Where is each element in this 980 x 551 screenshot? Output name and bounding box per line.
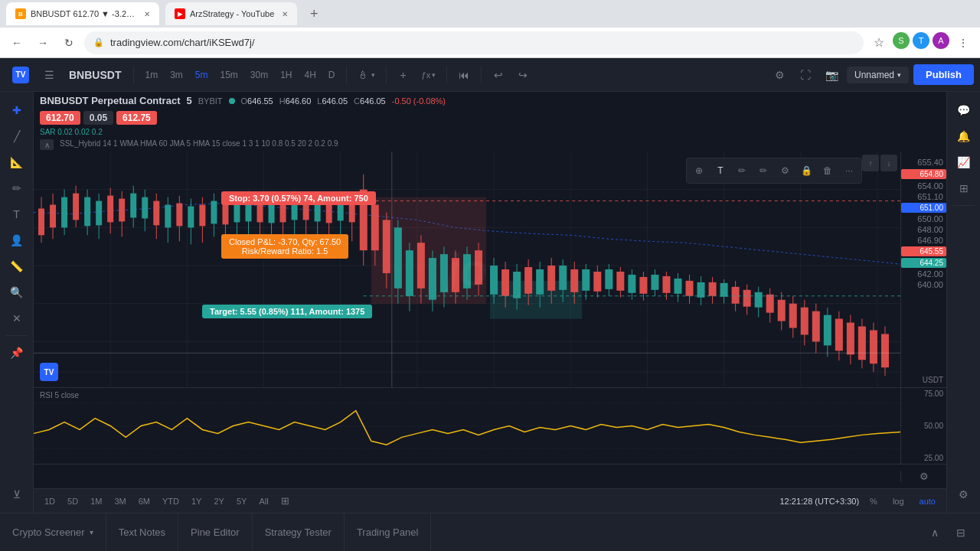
chart-plot-area[interactable]: jo <box>34 152 900 387</box>
sar-indicator[interactable]: SAR 0.02 0.02 0.2 <box>40 128 103 136</box>
tf-1y-btn[interactable]: 1Y <box>187 495 206 507</box>
tf-1h[interactable]: 1H <box>276 67 296 83</box>
right-watchlist-icon[interactable]: 📈 <box>952 150 976 174</box>
log-btn[interactable]: log <box>888 495 909 507</box>
undo-btn[interactable]: ↩ <box>488 64 509 86</box>
sidebar-measure-tool[interactable]: 📏 <box>5 254 29 279</box>
sidebar-fib-tool[interactable]: 📐 <box>5 150 29 174</box>
draw-brush-btn[interactable]: ✏ <box>753 161 773 181</box>
sidebar-brush-tool[interactable]: ✏ <box>5 176 29 201</box>
tf-5y-btn[interactable]: 5Y <box>232 495 251 507</box>
scroll-down-btn[interactable]: ↓ <box>880 155 897 171</box>
collapse-indicator[interactable]: ∧ <box>40 139 54 150</box>
tab-bnbusdt[interactable]: B BNBUSDT 612.70 ▼ -3.23% Unn... ✕ <box>6 2 159 25</box>
draw-crosshair-btn[interactable]: ⊕ <box>689 161 709 181</box>
draw-more-btn[interactable]: ··· <box>839 161 859 181</box>
draw-lock-btn[interactable]: 🔒 <box>796 161 816 181</box>
indicator-btn[interactable]: ƒx ▾ <box>417 64 441 86</box>
draw-delete-btn[interactable]: 🗑 <box>818 161 838 181</box>
right-chat-icon[interactable]: 💬 <box>952 98 976 122</box>
scroll-up-btn[interactable]: ↑ <box>862 155 879 171</box>
symbol-selector[interactable]: BNBUSDT <box>63 66 127 84</box>
bookmark-button[interactable]: ☆ <box>868 32 890 54</box>
price-box-3[interactable]: 612.75 <box>116 111 157 125</box>
tv-logo[interactable]: TV <box>6 67 35 83</box>
sidebar-hide-tool[interactable]: ⊻ <box>5 482 29 507</box>
draw-settings-btn[interactable]: ⚙ <box>775 161 795 181</box>
extension-2[interactable]: T <box>913 32 929 49</box>
sidebar-line-tool[interactable]: ╱ <box>5 124 29 148</box>
change-display: -0.50 (-0.08%) <box>392 96 446 106</box>
extension-1[interactable]: S <box>893 32 910 49</box>
right-alerts-icon[interactable]: 🔔 <box>952 124 976 148</box>
tf-3m[interactable]: 3m <box>165 67 188 83</box>
address-bar[interactable]: 🔒 tradingview.com/chart/iKSEwd7j/ <box>84 31 864 54</box>
svg-rect-104 <box>524 267 532 294</box>
tf-4h[interactable]: 4H <box>300 67 321 83</box>
tab-crypto-screener[interactable]: Crypto Screener ▾ <box>0 514 106 551</box>
profile-button[interactable]: A <box>933 32 949 49</box>
fullscreen-btn[interactable]: ⛶ <box>795 64 816 86</box>
draw-pen-btn[interactable]: ✏ <box>732 161 752 181</box>
forward-button[interactable]: → <box>32 32 54 54</box>
sidebar-lock-tool[interactable]: 📌 <box>5 341 29 365</box>
chart-type-selector[interactable]: 🕯 ▾ <box>353 64 380 86</box>
layout-icon-btn[interactable]: ⊞ <box>276 492 295 510</box>
tf-5d-btn[interactable]: 5D <box>63 495 83 507</box>
new-tab-button[interactable]: + <box>303 3 325 24</box>
tf-5m-active[interactable]: 5m <box>191 67 213 83</box>
redo-btn[interactable]: ↪ <box>512 64 534 86</box>
tf-1m-btn[interactable]: 1M <box>86 495 106 507</box>
tf-6m-btn[interactable]: 6M <box>134 495 155 507</box>
svg-rect-95 <box>475 250 482 285</box>
tf-ytd-btn[interactable]: YTD <box>158 495 184 507</box>
tab-pine-editor[interactable]: Pine Editor <box>178 514 253 551</box>
tab-youtube[interactable]: ▶ ArzStrategy - YouTube ✕ <box>165 2 297 25</box>
auto-btn[interactable]: auto <box>915 495 940 507</box>
unnamed-dropdown[interactable]: Unnamed ▾ <box>847 67 909 83</box>
menu-button[interactable]: ⋮ <box>952 32 974 54</box>
tab-strategy-tester[interactable]: Strategy Tester <box>253 514 345 551</box>
tf-2y-btn[interactable]: 2Y <box>209 495 228 507</box>
tf-1d-btn[interactable]: 1D <box>40 495 60 507</box>
snapshot-btn[interactable]: 📷 <box>821 64 842 86</box>
tab-close-2[interactable]: ✕ <box>282 10 288 18</box>
sidebar-magnet-tool[interactable]: ✕ <box>5 306 29 331</box>
chart-settings-btn[interactable]: ⚙ <box>769 64 790 86</box>
publish-button[interactable]: Publish <box>913 64 974 85</box>
bottom-right-controls: 12:21:28 (UTC+3:30) % log auto <box>779 495 940 507</box>
refresh-button[interactable]: ↻ <box>58 32 80 54</box>
bar-replay-btn[interactable]: ⏮ <box>453 64 475 86</box>
compare-btn[interactable]: + <box>393 64 414 86</box>
tf-3m-btn[interactable]: 3M <box>109 495 130 507</box>
hamburger-menu[interactable]: ☰ <box>38 64 60 86</box>
right-layout-icon[interactable]: ⊞ <box>952 176 976 201</box>
ssl-indicator[interactable]: SSL_Hybrid 14 1 WMA HMA 60 JMA 5 HMA 15 … <box>60 139 338 150</box>
tab-text-notes[interactable]: Text Notes <box>106 514 178 551</box>
sidebar-zoom-tool[interactable]: 🔍 <box>5 280 29 305</box>
tf-30m[interactable]: 30m <box>246 67 273 83</box>
tf-d[interactable]: D <box>324 67 340 83</box>
time-scale-settings[interactable]: ⚙ <box>900 471 946 482</box>
svg-rect-150 <box>789 304 797 328</box>
price-box-2[interactable]: 0.05 <box>83 111 113 125</box>
tf-1m[interactable]: 1m <box>140 67 162 83</box>
tab-trading-panel[interactable]: Trading Panel <box>345 514 431 551</box>
sidebar-patterns-tool[interactable]: 👤 <box>5 228 29 253</box>
back-button[interactable]: ← <box>6 32 28 54</box>
price-box-1[interactable]: 612.70 <box>40 111 80 125</box>
tab-close-1[interactable]: ✕ <box>144 10 150 18</box>
percent-btn[interactable]: % <box>865 495 882 507</box>
bottom-tabs-container: Crypto Screener ▾ Text Notes Pine Editor… <box>0 514 431 551</box>
tf-all-btn[interactable]: All <box>254 495 273 507</box>
panel-collapse-btn[interactable]: ∧ <box>925 523 945 543</box>
right-settings-icon[interactable]: ⚙ <box>952 482 976 507</box>
panel-maximize-btn[interactable]: ⊟ <box>951 523 971 543</box>
chart-body[interactable]: jo <box>34 152 946 387</box>
tf-15m[interactable]: 15m <box>215 67 242 83</box>
sidebar-text-tool[interactable]: T <box>5 202 29 227</box>
draw-text-btn[interactable]: T <box>710 161 730 181</box>
crypto-screener-arrow[interactable]: ▾ <box>90 528 93 536</box>
svg-rect-98 <box>490 266 498 295</box>
sidebar-cursor-tool[interactable]: ✚ <box>5 98 29 122</box>
